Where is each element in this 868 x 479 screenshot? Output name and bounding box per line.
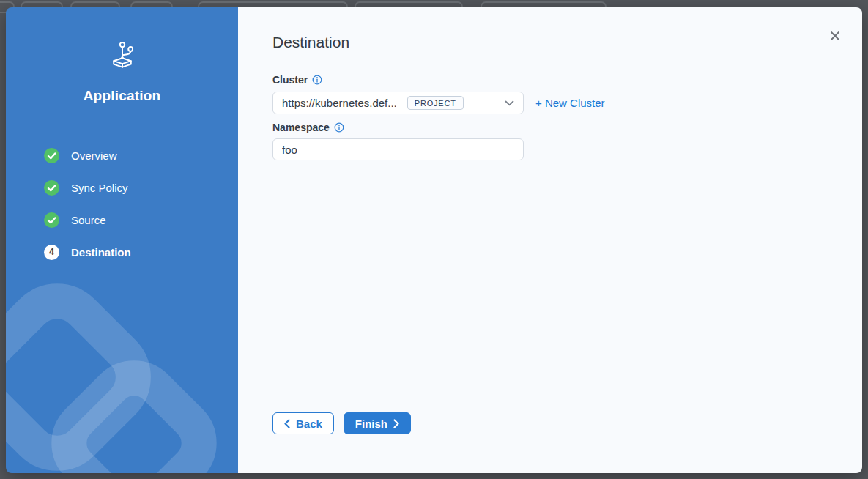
chevron-right-icon <box>393 419 399 428</box>
wizard-sidebar: Application Overview Sync Policy Source <box>6 7 238 473</box>
chevron-left-icon <box>284 419 290 428</box>
back-button-label: Back <box>296 417 322 430</box>
check-circle-icon <box>44 180 59 196</box>
namespace-label: Namespace <box>272 122 330 133</box>
step-label: Source <box>71 214 106 226</box>
step-overview[interactable]: Overview <box>44 139 238 171</box>
info-circle-icon[interactable] <box>312 75 322 85</box>
info-circle-icon[interactable] <box>334 122 344 133</box>
finish-button[interactable]: Finish <box>344 412 411 434</box>
step-number: 4 <box>49 247 54 257</box>
step-label: Sync Policy <box>71 182 128 194</box>
new-cluster-link[interactable]: + New Cluster <box>535 97 605 109</box>
application-box-branch-icon <box>108 40 137 69</box>
project-badge: PROJECT <box>407 96 464 110</box>
check-circle-icon <box>44 212 59 228</box>
wizard-steps: Overview Sync Policy Source 4 Destinatio… <box>6 139 238 268</box>
finish-button-label: Finish <box>355 417 387 430</box>
step-sync-policy[interactable]: Sync Policy <box>44 171 238 204</box>
wizard-title: Application <box>6 88 238 104</box>
cluster-label: Cluster <box>272 74 308 86</box>
cluster-select[interactable]: https://kubernetes.def... PROJECT <box>272 92 524 114</box>
step-label: Overview <box>71 149 117 162</box>
step-label: Destination <box>71 246 131 259</box>
page-title: Destination <box>272 34 862 51</box>
step-destination[interactable]: 4 Destination <box>44 236 238 268</box>
step-source[interactable]: Source <box>44 204 238 236</box>
create-application-wizard-modal: Application Overview Sync Policy Source <box>6 7 862 473</box>
cluster-select-value: https://kubernetes.def... <box>282 97 397 109</box>
close-icon[interactable] <box>828 29 842 42</box>
chevron-down-icon <box>505 100 514 106</box>
check-circle-icon <box>44 148 59 163</box>
back-button[interactable]: Back <box>272 412 334 434</box>
step-number-badge: 4 <box>44 245 59 260</box>
namespace-input[interactable] <box>272 138 524 160</box>
wizard-panel-destination: Destination Cluster https://kubernetes.d… <box>238 7 862 473</box>
